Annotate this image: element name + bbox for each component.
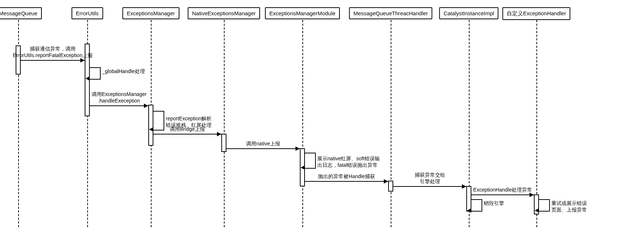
activation-bar (16, 45, 21, 75)
lifeline-p4 (224, 20, 225, 227)
participant-p7: CatalystInstanceImpl (439, 7, 498, 19)
message-label: ExceptionHandle处理异常 (473, 187, 532, 194)
message-arrow (305, 181, 388, 182)
message-label: 捕获异常交给 引擎处理 (415, 172, 445, 185)
participant-p6: MessageQueueThreacHandler (349, 7, 432, 19)
self-call-box (471, 199, 482, 212)
participant-p8: 自定义ExceptionHandler (502, 7, 570, 20)
participant-p2: ErrorUtils (72, 7, 103, 19)
arrowhead-icon (301, 165, 305, 170)
activation-bar (388, 181, 393, 192)
arrowhead-icon (384, 179, 388, 184)
message-arrow (393, 186, 466, 187)
arrowhead-icon (530, 193, 534, 197)
self-call-label: 重试或展示错误 页面、上报异常 (551, 200, 587, 213)
activation-bar (148, 105, 153, 146)
arrowhead-icon (467, 208, 471, 213)
message-arrow (471, 194, 534, 195)
message-arrow (90, 105, 148, 106)
message-arrow (226, 148, 300, 149)
self-call-label: reportException解析 错误堆栈、红屏处理 (166, 116, 212, 128)
activation-bar (466, 186, 471, 212)
self-call-box (153, 111, 164, 130)
message-arrow (21, 60, 85, 61)
arrowhead-icon (462, 184, 466, 189)
message-label: 抛出的异常被Handle捕获 (318, 173, 375, 181)
arrowhead-icon (295, 146, 300, 151)
participant-p5: ExceptionsManagerModule (265, 7, 340, 19)
message-arrow (153, 134, 221, 134)
arrowhead-icon (144, 104, 148, 108)
arrowhead-icon (85, 76, 90, 81)
participant-p1: MessageQueue (0, 7, 42, 19)
participant-p3: ExceptionsManager (122, 7, 180, 19)
arrowhead-icon (149, 127, 153, 132)
self-call-label: 销毁引擎 (484, 200, 504, 207)
self-call-box (539, 199, 550, 212)
message-label: 调用ExceptionsManager .handleExeception (92, 91, 147, 105)
message-label: 捕获通信异常，调用 ErrorUtils.reportFatalExceptio… (13, 46, 92, 59)
self-call-box (305, 153, 316, 169)
arrowhead-icon (80, 58, 85, 63)
self-call-label: 展示native红屏、soft错误输 出日志，fatal错误抛出异常 (317, 156, 380, 168)
message-label: 调用native上报 (246, 141, 280, 148)
self-call-box (90, 67, 101, 80)
self-call-label: _globalHandle处理 (102, 68, 145, 75)
arrowhead-icon (217, 132, 221, 136)
activation-bar (221, 134, 226, 152)
lifeline-p6 (391, 20, 391, 227)
participant-p4: NativeExceptionsManager (188, 7, 260, 19)
lifeline-p5 (302, 20, 303, 227)
arrowhead-icon (535, 208, 539, 213)
sequence-diagram: MessageQueueErrorUtilsExceptionsManagerN… (0, 0, 644, 233)
